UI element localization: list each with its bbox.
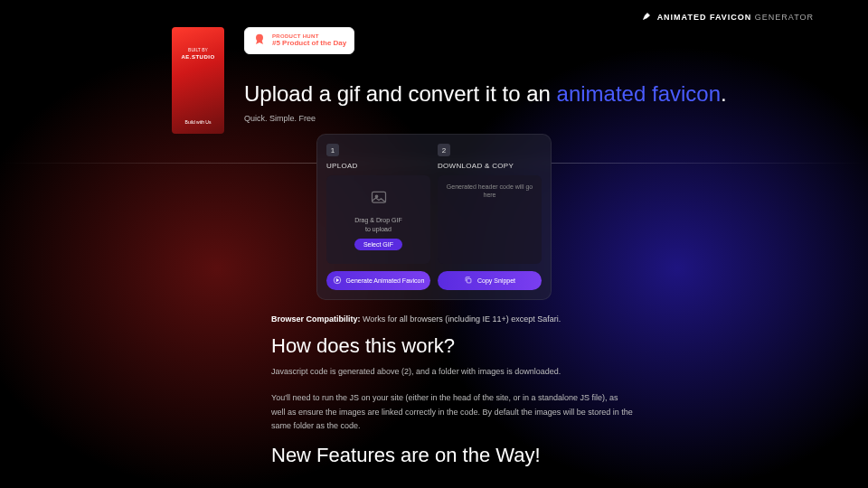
play-icon [333, 276, 342, 286]
svg-point-2 [375, 195, 378, 198]
svg-rect-4 [467, 278, 471, 283]
how-it-works-title: How does this work? [271, 334, 814, 358]
how-it-works-p1: Javascript code is generated above (2), … [271, 365, 633, 379]
built-by-label: BUILT BY [181, 47, 214, 52]
browser-compatibility: Browser Compatibility: Works for all bro… [271, 314, 814, 324]
hero-title-part2: . [721, 81, 727, 106]
hero-title: Upload a gif and convert it to an animat… [244, 81, 814, 107]
download-column: 2 DOWNLOAD & COPY Generated header code … [438, 144, 542, 264]
product-hunt-badge[interactable]: PRODUCT HUNT #5 Product of the Day [244, 27, 354, 54]
dropzone[interactable]: Drag & Drop GIF to upload Select GIF [326, 175, 430, 264]
svg-point-0 [256, 34, 263, 42]
site-header: ANIMATED FAVICON GENERATOR [641, 11, 814, 23]
copy-button[interactable]: Copy Snippet [438, 271, 542, 290]
step-2-label: DOWNLOAD & COPY [438, 162, 542, 170]
upload-column: 1 UPLOAD Drag & Drop GIF to upload Selec… [326, 144, 430, 264]
hero-title-accent: animated favicon [557, 81, 721, 106]
compat-text: Works for all browsers (including IE 11+… [361, 314, 561, 324]
step-1-number: 1 [326, 144, 339, 156]
header-title-light: GENERATOR [755, 13, 814, 22]
copy-button-label: Copy Snippet [477, 277, 515, 284]
step-1-label: UPLOAD [326, 162, 430, 170]
built-by-card[interactable]: BUILT BY AE.STUDIO Build with Us [172, 27, 224, 134]
main-content: PRODUCT HUNT #5 Product of the Day Uploa… [244, 27, 814, 467]
hero-title-part1: Upload a gif and convert it to an [244, 81, 557, 106]
compat-label: Browser Compatibility: [271, 314, 361, 324]
converter-panel: 1 UPLOAD Drag & Drop GIF to upload Selec… [316, 134, 552, 300]
generate-button-label: Generate Animated Favicon [346, 277, 425, 284]
copy-icon [464, 276, 473, 286]
select-gif-button[interactable]: Select GIF [354, 239, 402, 250]
new-features-title: New Features are on the Way! [271, 444, 814, 467]
dropzone-text: Drag & Drop GIF to upload [354, 216, 402, 232]
how-it-works-p2: You'll need to run the JS on your site (… [271, 391, 633, 433]
code-placeholder: Generated header code will go here [445, 183, 534, 199]
rocket-icon [641, 11, 652, 23]
code-output-box: Generated header code will go here [438, 175, 542, 264]
build-with-us-link[interactable]: Build with Us [185, 119, 212, 125]
header-title-bold: ANIMATED FAVICON [657, 13, 752, 22]
studio-name: AE.STUDIO [181, 54, 214, 60]
hero-subtitle: Quick. Simple. Free [244, 114, 814, 123]
ph-rank: #5 Product of the Day [272, 40, 346, 48]
medal-icon [252, 32, 267, 50]
image-icon [370, 189, 388, 211]
generate-button[interactable]: Generate Animated Favicon [326, 271, 430, 290]
step-2-number: 2 [438, 144, 450, 156]
